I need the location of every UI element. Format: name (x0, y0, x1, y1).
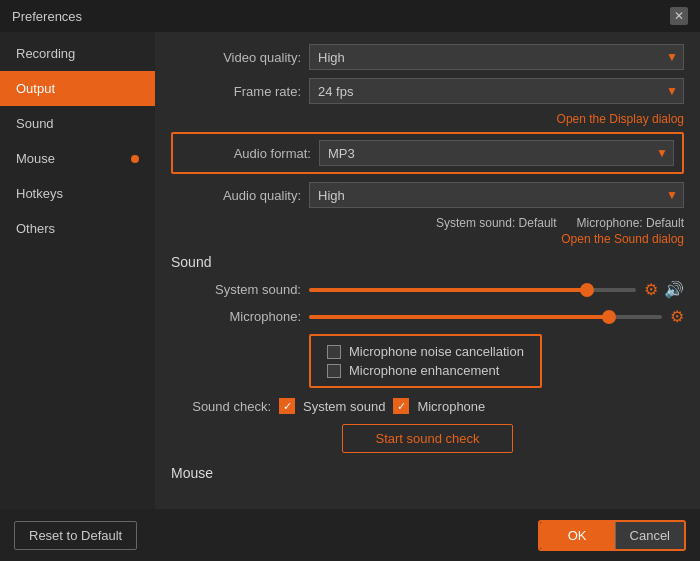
video-quality-row: Video quality: High Medium Low ▼ (171, 44, 684, 70)
open-display-dialog-link[interactable]: Open the Display dialog (557, 112, 684, 126)
noise-cancellation-label: Microphone noise cancellation (349, 344, 524, 359)
main-content: Recording Output Sound Mouse Hotkeys Oth… (0, 32, 700, 509)
ok-cancel-group: OK Cancel (538, 520, 686, 551)
sidebar-item-mouse[interactable]: Mouse (0, 141, 155, 176)
microphone-options-section: Microphone noise cancellation Microphone… (309, 334, 542, 388)
preferences-window: Preferences ✕ Recording Output Sound Mou… (0, 0, 700, 561)
audio-format-row: Audio format: MP3 AAC WAV ▼ (181, 140, 674, 166)
system-sound-check-checkbox[interactable]: ✓ (279, 398, 295, 414)
sound-check-row: Sound check: ✓ System sound ✓ Microphone (171, 398, 684, 414)
frame-rate-row: Frame rate: 24 fps 30 fps 60 fps ▼ (171, 78, 684, 104)
notification-dot (131, 155, 139, 163)
audio-quality-select[interactable]: High Medium Low (309, 182, 684, 208)
audio-quality-label: Audio quality: (171, 188, 301, 203)
microphone-check-label: Microphone (417, 399, 485, 414)
microphone-icons: ⚙ (670, 307, 684, 326)
system-sound-status: System sound: Default (436, 216, 557, 230)
system-sound-fill (309, 288, 587, 292)
audio-quality-select-wrapper: High Medium Low ▼ (309, 182, 684, 208)
close-button[interactable]: ✕ (670, 7, 688, 25)
audio-format-section: Audio format: MP3 AAC WAV ▼ (171, 132, 684, 174)
noise-cancellation-checkbox[interactable] (327, 345, 341, 359)
frame-rate-select-wrapper: 24 fps 30 fps 60 fps ▼ (309, 78, 684, 104)
checkbox-spacer (171, 334, 309, 388)
noise-cancellation-row: Microphone noise cancellation (327, 344, 524, 359)
sidebar-item-hotkeys[interactable]: Hotkeys (0, 176, 155, 211)
microphone-slider-row: Microphone: ⚙ (171, 307, 684, 326)
microphone-check-checkbox[interactable]: ✓ (393, 398, 409, 414)
audio-quality-row: Audio quality: High Medium Low ▼ (171, 182, 684, 208)
frame-rate-select[interactable]: 24 fps 30 fps 60 fps (309, 78, 684, 104)
display-dialog-row: Open the Display dialog (171, 112, 684, 126)
video-quality-select[interactable]: High Medium Low (309, 44, 684, 70)
cancel-button[interactable]: Cancel (615, 522, 684, 549)
main-panel: Video quality: High Medium Low ▼ Frame r… (155, 32, 700, 509)
sound-dialog-row: Open the Sound dialog (171, 232, 684, 246)
sidebar-item-recording[interactable]: Recording (0, 36, 155, 71)
microphone-status: Microphone: Default (577, 216, 684, 230)
mouse-section-title: Mouse (171, 465, 684, 481)
frame-rate-label: Frame rate: (171, 84, 301, 99)
sound-section-title: Sound (171, 254, 684, 270)
window-title: Preferences (12, 9, 82, 24)
system-sound-slider-row: System sound: ⚙ 🔊 (171, 280, 684, 299)
system-sound-slider[interactable] (309, 288, 636, 292)
microphone-slider[interactable] (309, 315, 662, 319)
system-sound-slider-label: System sound: (171, 282, 301, 297)
start-sound-check-wrapper: Start sound check (171, 424, 684, 453)
sidebar-item-others[interactable]: Others (0, 211, 155, 246)
start-sound-check-button[interactable]: Start sound check (342, 424, 512, 453)
sound-status-row: System sound: Default Microphone: Defaul… (171, 216, 684, 230)
ok-button[interactable]: OK (540, 522, 615, 549)
enhancement-row: Microphone enhancement (327, 363, 524, 378)
volume-icon[interactable]: 🔊 (664, 280, 684, 299)
audio-format-select-wrapper: MP3 AAC WAV ▼ (319, 140, 674, 166)
system-sound-check-label: System sound (303, 399, 385, 414)
microphone-slider-label: Microphone: (171, 309, 301, 324)
video-quality-select-wrapper: High Medium Low ▼ (309, 44, 684, 70)
video-quality-label: Video quality: (171, 50, 301, 65)
footer: Reset to Default OK Cancel (0, 509, 700, 561)
sidebar-item-output[interactable]: Output (0, 71, 155, 106)
title-bar: Preferences ✕ (0, 0, 700, 32)
open-sound-dialog-link[interactable]: Open the Sound dialog (561, 232, 684, 246)
microphone-fill (309, 315, 609, 319)
audio-format-select[interactable]: MP3 AAC WAV (319, 140, 674, 166)
reset-to-default-button[interactable]: Reset to Default (14, 521, 137, 550)
checkbox-area: Microphone noise cancellation Microphone… (171, 334, 684, 388)
enhancement-label: Microphone enhancement (349, 363, 499, 378)
system-sound-icons: ⚙ 🔊 (644, 280, 684, 299)
sidebar-item-sound[interactable]: Sound (0, 106, 155, 141)
enhancement-checkbox[interactable] (327, 364, 341, 378)
settings-icon[interactable]: ⚙ (644, 280, 658, 299)
audio-format-label: Audio format: (181, 146, 311, 161)
sidebar: Recording Output Sound Mouse Hotkeys Oth… (0, 32, 155, 509)
sound-check-label: Sound check: (171, 399, 271, 414)
mic-settings-icon[interactable]: ⚙ (670, 307, 684, 326)
